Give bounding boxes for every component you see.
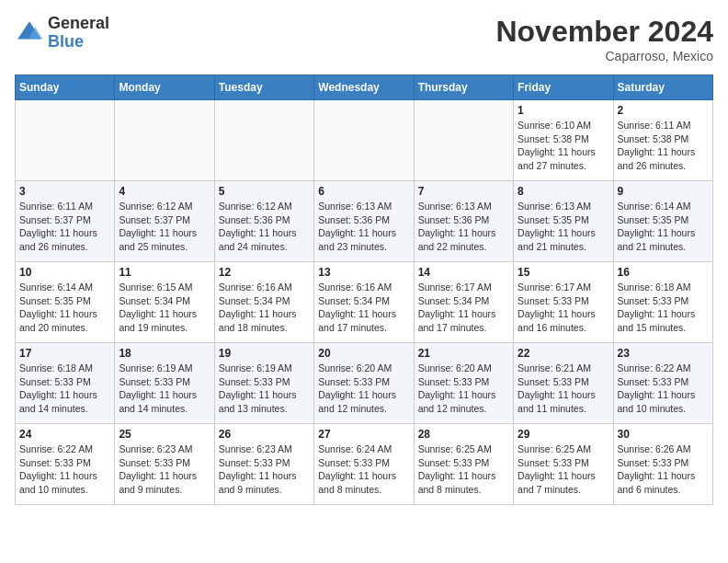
day-info: Sunrise: 6:26 AM Sunset: 5:33 PM Dayligh…: [618, 442, 709, 497]
calendar-cell: 4Sunrise: 6:12 AM Sunset: 5:37 PM Daylig…: [115, 181, 214, 262]
day-info: Sunrise: 6:23 AM Sunset: 5:33 PM Dayligh…: [119, 442, 210, 497]
day-info: Sunrise: 6:16 AM Sunset: 5:34 PM Dayligh…: [318, 281, 409, 335]
day-info: Sunrise: 6:25 AM Sunset: 5:33 PM Dayligh…: [418, 442, 509, 497]
logo-general: General: [48, 15, 109, 33]
day-number: 16: [618, 266, 709, 279]
day-info: Sunrise: 6:13 AM Sunset: 5:36 PM Dayligh…: [318, 200, 409, 254]
day-number: 2: [618, 104, 709, 117]
day-info: Sunrise: 6:11 AM Sunset: 5:37 PM Dayligh…: [19, 200, 110, 254]
day-info: Sunrise: 6:20 AM Sunset: 5:33 PM Dayligh…: [318, 362, 409, 416]
calendar-cell: 10Sunrise: 6:14 AM Sunset: 5:35 PM Dayli…: [16, 262, 115, 343]
calendar-cell: 23Sunrise: 6:22 AM Sunset: 5:33 PM Dayli…: [613, 343, 712, 424]
day-number: 30: [618, 428, 709, 441]
calendar-cell: 28Sunrise: 6:25 AM Sunset: 5:33 PM Dayli…: [414, 424, 513, 505]
calendar-cell: 20Sunrise: 6:20 AM Sunset: 5:33 PM Dayli…: [314, 343, 414, 424]
day-number: 27: [318, 428, 409, 441]
calendar-cell: 2Sunrise: 6:11 AM Sunset: 5:38 PM Daylig…: [613, 100, 712, 181]
calendar-cell: 30Sunrise: 6:26 AM Sunset: 5:33 PM Dayli…: [613, 424, 712, 505]
calendar-cell: 7Sunrise: 6:13 AM Sunset: 5:36 PM Daylig…: [414, 181, 513, 262]
calendar-cell: 25Sunrise: 6:23 AM Sunset: 5:33 PM Dayli…: [115, 424, 214, 505]
day-info: Sunrise: 6:17 AM Sunset: 5:33 PM Dayligh…: [518, 281, 609, 335]
day-number: 11: [119, 266, 210, 279]
month-title: November 2024: [495, 15, 713, 49]
weekday-header-row: SundayMondayTuesdayWednesdayThursdayFrid…: [16, 75, 713, 100]
day-info: Sunrise: 6:16 AM Sunset: 5:34 PM Dayligh…: [219, 281, 310, 335]
calendar-cell: [314, 100, 414, 181]
day-info: Sunrise: 6:12 AM Sunset: 5:36 PM Dayligh…: [219, 200, 310, 254]
calendar-week-row: 24Sunrise: 6:22 AM Sunset: 5:33 PM Dayli…: [16, 424, 713, 505]
calendar-cell: 27Sunrise: 6:24 AM Sunset: 5:33 PM Dayli…: [314, 424, 414, 505]
calendar-cell: [115, 100, 214, 181]
weekday-header: Thursday: [414, 75, 513, 100]
day-number: 7: [418, 185, 509, 198]
day-info: Sunrise: 6:22 AM Sunset: 5:33 PM Dayligh…: [618, 362, 709, 416]
logo-icon: [15, 18, 44, 48]
day-info: Sunrise: 6:13 AM Sunset: 5:36 PM Dayligh…: [418, 200, 509, 254]
calendar-cell: 14Sunrise: 6:17 AM Sunset: 5:34 PM Dayli…: [414, 262, 513, 343]
weekday-header: Saturday: [613, 75, 712, 100]
calendar-cell: 3Sunrise: 6:11 AM Sunset: 5:37 PM Daylig…: [16, 181, 115, 262]
calendar-cell: 29Sunrise: 6:25 AM Sunset: 5:33 PM Dayli…: [514, 424, 613, 505]
day-number: 9: [618, 185, 709, 198]
logo-blue: Blue: [48, 33, 109, 52]
day-number: 18: [119, 347, 210, 360]
calendar-cell: 15Sunrise: 6:17 AM Sunset: 5:33 PM Dayli…: [514, 262, 613, 343]
day-number: 12: [219, 266, 310, 279]
location: Caparroso, Mexico: [495, 49, 713, 63]
day-number: 10: [19, 266, 110, 279]
day-info: Sunrise: 6:15 AM Sunset: 5:34 PM Dayligh…: [119, 281, 210, 335]
calendar-cell: 6Sunrise: 6:13 AM Sunset: 5:36 PM Daylig…: [314, 181, 414, 262]
calendar-cell: 22Sunrise: 6:21 AM Sunset: 5:33 PM Dayli…: [514, 343, 613, 424]
calendar-week-row: 3Sunrise: 6:11 AM Sunset: 5:37 PM Daylig…: [16, 181, 713, 262]
day-info: Sunrise: 6:21 AM Sunset: 5:33 PM Dayligh…: [518, 362, 609, 416]
day-number: 6: [318, 185, 409, 198]
day-number: 26: [219, 428, 310, 441]
calendar-week-row: 1Sunrise: 6:10 AM Sunset: 5:38 PM Daylig…: [16, 100, 713, 181]
day-number: 23: [618, 347, 709, 360]
day-info: Sunrise: 6:19 AM Sunset: 5:33 PM Dayligh…: [119, 362, 210, 416]
day-number: 24: [19, 428, 110, 441]
weekday-header: Friday: [514, 75, 613, 100]
calendar-cell: 1Sunrise: 6:10 AM Sunset: 5:38 PM Daylig…: [514, 100, 613, 181]
calendar: SundayMondayTuesdayWednesdayThursdayFrid…: [15, 75, 713, 505]
day-number: 22: [518, 347, 609, 360]
calendar-cell: 9Sunrise: 6:14 AM Sunset: 5:35 PM Daylig…: [613, 181, 712, 262]
day-info: Sunrise: 6:13 AM Sunset: 5:35 PM Dayligh…: [518, 200, 609, 254]
calendar-cell: 5Sunrise: 6:12 AM Sunset: 5:36 PM Daylig…: [214, 181, 313, 262]
day-info: Sunrise: 6:24 AM Sunset: 5:33 PM Dayligh…: [318, 442, 409, 497]
day-number: 19: [219, 347, 310, 360]
day-info: Sunrise: 6:14 AM Sunset: 5:35 PM Dayligh…: [19, 281, 110, 335]
calendar-cell: 8Sunrise: 6:13 AM Sunset: 5:35 PM Daylig…: [514, 181, 613, 262]
day-number: 13: [318, 266, 409, 279]
day-number: 28: [418, 428, 509, 441]
day-info: Sunrise: 6:18 AM Sunset: 5:33 PM Dayligh…: [19, 362, 110, 416]
calendar-cell: 19Sunrise: 6:19 AM Sunset: 5:33 PM Dayli…: [214, 343, 313, 424]
logo-text: General Blue: [48, 15, 109, 52]
day-number: 29: [518, 428, 609, 441]
calendar-week-row: 17Sunrise: 6:18 AM Sunset: 5:33 PM Dayli…: [16, 343, 713, 424]
day-info: Sunrise: 6:23 AM Sunset: 5:33 PM Dayligh…: [219, 442, 310, 497]
day-number: 3: [19, 185, 110, 198]
day-number: 14: [418, 266, 509, 279]
weekday-header: Sunday: [16, 75, 115, 100]
page-header: General Blue November 2024 Caparroso, Me…: [15, 15, 713, 63]
day-info: Sunrise: 6:11 AM Sunset: 5:38 PM Dayligh…: [618, 119, 709, 173]
calendar-cell: 12Sunrise: 6:16 AM Sunset: 5:34 PM Dayli…: [214, 262, 313, 343]
day-number: 1: [518, 104, 609, 117]
day-info: Sunrise: 6:20 AM Sunset: 5:33 PM Dayligh…: [418, 362, 509, 416]
calendar-cell: [414, 100, 513, 181]
calendar-cell: [16, 100, 115, 181]
day-number: 20: [318, 347, 409, 360]
day-info: Sunrise: 6:18 AM Sunset: 5:33 PM Dayligh…: [618, 281, 709, 335]
calendar-cell: 17Sunrise: 6:18 AM Sunset: 5:33 PM Dayli…: [16, 343, 115, 424]
day-number: 15: [518, 266, 609, 279]
day-number: 8: [518, 185, 609, 198]
day-info: Sunrise: 6:25 AM Sunset: 5:33 PM Dayligh…: [518, 442, 609, 497]
calendar-cell: 13Sunrise: 6:16 AM Sunset: 5:34 PM Dayli…: [314, 262, 414, 343]
day-number: 4: [119, 185, 210, 198]
weekday-header: Monday: [115, 75, 214, 100]
day-info: Sunrise: 6:19 AM Sunset: 5:33 PM Dayligh…: [219, 362, 310, 416]
day-number: 5: [219, 185, 310, 198]
calendar-cell: 21Sunrise: 6:20 AM Sunset: 5:33 PM Dayli…: [414, 343, 513, 424]
calendar-cell: 24Sunrise: 6:22 AM Sunset: 5:33 PM Dayli…: [16, 424, 115, 505]
